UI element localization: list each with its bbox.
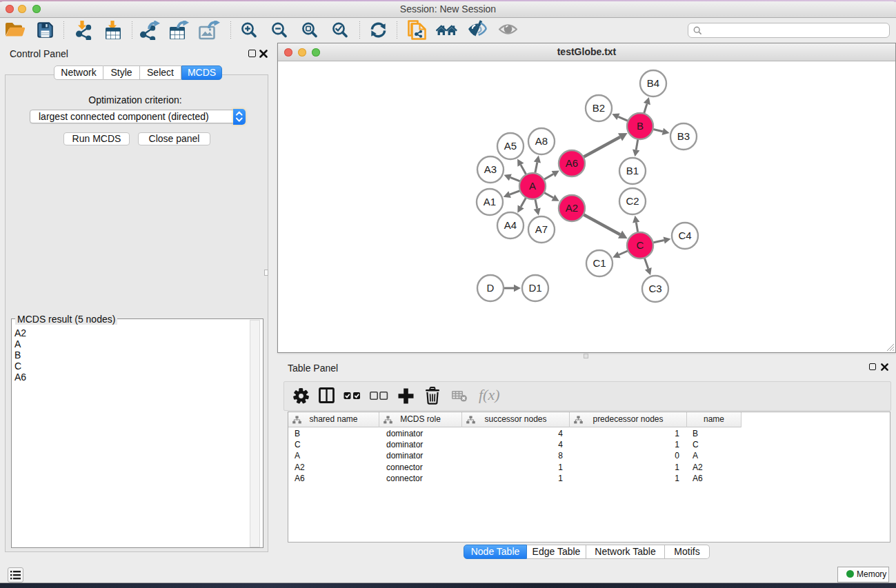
- svg-text:D: D: [487, 282, 495, 294]
- svg-text:C3: C3: [648, 283, 661, 294]
- svg-text:C2: C2: [626, 195, 639, 207]
- svg-text:B3: B3: [677, 130, 690, 142]
- svg-text:C: C: [637, 239, 644, 251]
- svg-text:D1: D1: [528, 282, 541, 294]
- svg-text:A1: A1: [484, 196, 496, 207]
- svg-text:A6: A6: [566, 157, 578, 169]
- svg-text:A: A: [529, 180, 536, 192]
- svg-text:B1: B1: [626, 165, 639, 176]
- svg-text:B4: B4: [647, 77, 659, 89]
- svg-text:A8: A8: [535, 135, 548, 147]
- svg-text:A2: A2: [566, 202, 578, 214]
- svg-text:B: B: [637, 120, 644, 132]
- svg-text:C1: C1: [593, 257, 606, 269]
- svg-text:C4: C4: [678, 230, 691, 241]
- svg-text:A5: A5: [504, 140, 517, 152]
- svg-text:B2: B2: [593, 102, 605, 114]
- svg-text:A4: A4: [504, 219, 517, 231]
- svg-text:A7: A7: [535, 223, 548, 235]
- svg-text:A3: A3: [484, 163, 497, 175]
